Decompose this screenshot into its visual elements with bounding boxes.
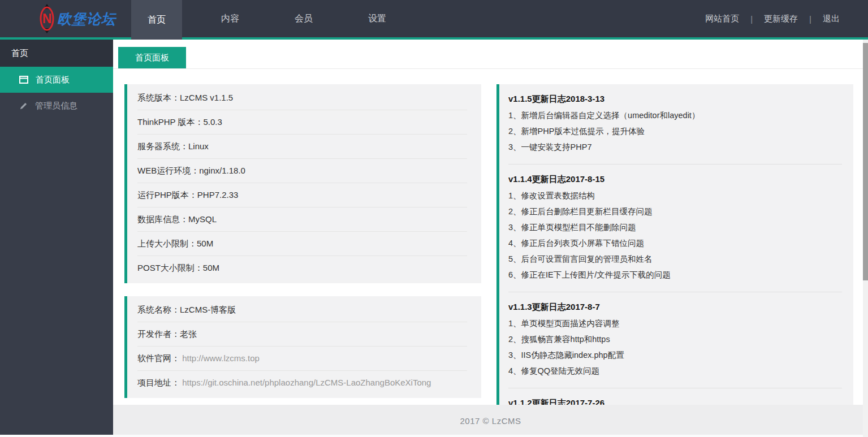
changelog-item: 3、IIS伪静态隐藏index.php配置 bbox=[508, 350, 842, 361]
main-area: 首页面板 系统版本：LzCMS v1.1.5ThinkPHP 版本：5.0.3服… bbox=[113, 40, 868, 437]
logo-text: 欧堡论坛 bbox=[57, 10, 116, 28]
info-label: 系统版本： bbox=[137, 93, 180, 102]
changelog-title: v1.1.4更新日志2017-8-15 bbox=[508, 174, 842, 184]
system-info-panel: 系统版本：LzCMS v1.1.5ThinkPHP 版本：5.0.3服务器系统：… bbox=[124, 84, 481, 283]
info-link[interactable]: https://git.oschina.net/phplaozhang/LzCM… bbox=[180, 378, 431, 387]
nav-accent-strip bbox=[0, 37, 868, 40]
info-row: 数据库信息：MySQL bbox=[137, 207, 467, 232]
topnav-separator: | bbox=[809, 14, 811, 24]
changelog-item: 2、搜狐畅言兼容http和https bbox=[508, 334, 842, 345]
page-scrollbar[interactable] bbox=[863, 40, 868, 437]
sidebar-item-home-panel[interactable]: 首页面板 bbox=[0, 67, 113, 93]
info-row: 上传大小限制：50M bbox=[137, 232, 467, 256]
main-tab-row: 首页面板 bbox=[113, 40, 868, 69]
info-value: LzCMS v1.1.5 bbox=[180, 93, 233, 102]
topnav-separator: | bbox=[750, 14, 753, 24]
info-label: 服务器系统： bbox=[137, 141, 188, 151]
info-value: PHP7.2.33 bbox=[197, 190, 239, 200]
changelog-item: 3、一键安装支持PHP7 bbox=[508, 142, 842, 153]
changelog-panel: v1.1.5更新日志2018-3-131、新增后台编辑器自定义选择（umedit… bbox=[496, 84, 853, 436]
info-label: 上传大小限制： bbox=[137, 239, 197, 248]
changelog-title: v1.1.5更新日志2018-3-13 bbox=[508, 93, 842, 104]
info-label: 数据库信息： bbox=[137, 214, 188, 224]
info-row: POST大小限制：50M bbox=[137, 256, 467, 280]
changelog-section: v1.1.3更新日志2017-8-71、单页模型页面描述内容调整2、搜狐畅言兼容… bbox=[508, 292, 842, 388]
info-value: 5.0.3 bbox=[203, 117, 222, 127]
info-row: 运行PHP版本：PHP7.2.33 bbox=[137, 183, 467, 207]
info-value: MySQL bbox=[188, 214, 217, 224]
tab-home-panel[interactable]: 首页面板 bbox=[118, 47, 186, 68]
changelog-item: 5、后台可设置留言回复的管理员和姓名 bbox=[508, 254, 842, 265]
info-value: nginx/1.18.0 bbox=[199, 166, 245, 175]
layout: 首页 首页面板管理员信息 首页面板 系统版本：LzCMS v1.1.5Think… bbox=[0, 40, 868, 437]
info-link[interactable]: http://www.lzcms.top bbox=[180, 353, 260, 363]
info-row: 服务器系统：Linux bbox=[137, 135, 467, 159]
changelog-item: 6、修正在IE下上传图片/文件提示下载的问题 bbox=[508, 270, 842, 280]
scrollbar-thumb[interactable] bbox=[863, 43, 868, 280]
info-value: 老张 bbox=[180, 329, 197, 339]
left-column: 系统版本：LzCMS v1.1.5ThinkPHP 版本：5.0.3服务器系统：… bbox=[124, 84, 481, 436]
nav-tab-member[interactable]: 会员 bbox=[278, 0, 329, 37]
info-label: 项目地址： bbox=[137, 378, 180, 387]
topnav-link-site-home[interactable]: 网站首页 bbox=[704, 11, 740, 27]
nav-tab-settings[interactable]: 设置 bbox=[352, 0, 403, 37]
content: 系统版本：LzCMS v1.1.5ThinkPHP 版本：5.0.3服务器系统：… bbox=[113, 69, 868, 436]
sidebar-item-label: 管理员信息 bbox=[35, 101, 77, 111]
info-label: ThinkPHP 版本： bbox=[137, 117, 203, 127]
sidebar-item-admin-info[interactable]: 管理员信息 bbox=[0, 93, 113, 119]
pencil-icon bbox=[19, 102, 28, 110]
info-label: POST大小限制： bbox=[137, 263, 203, 272]
changelog-item: 4、修复QQ登陆无效问题 bbox=[508, 366, 842, 377]
info-row: WEB运行环境：nginx/1.18.0 bbox=[137, 159, 467, 183]
nav-tabs: 首页内容会员设置 bbox=[131, 0, 425, 37]
info-row: 开发作者：老张 bbox=[137, 322, 467, 347]
changelog-item: 1、修改设置表数据结构 bbox=[508, 191, 842, 201]
window-icon bbox=[19, 76, 28, 84]
right-column: v1.1.5更新日志2018-3-131、新增后台编辑器自定义选择（umedit… bbox=[496, 84, 853, 436]
info-value: 50M bbox=[203, 263, 219, 272]
svg-text:N: N bbox=[42, 11, 52, 26]
info-row: 软件官网： http://www.lzcms.top bbox=[137, 347, 467, 371]
logo[interactable]: N 欧堡论坛 bbox=[0, 0, 131, 37]
footer: 2017 © LzCMS bbox=[113, 405, 868, 437]
info-label: 软件官网： bbox=[137, 353, 180, 363]
changelog-item: 2、修正后台删除栏目更新栏目缓存问题 bbox=[508, 206, 842, 217]
changelog-section: v1.1.4更新日志2017-8-151、修改设置表数据结构2、修正后台删除栏目… bbox=[508, 165, 842, 292]
changelog-item: 4、修正后台列表页小屏幕下错位问题 bbox=[508, 238, 842, 249]
topnav-links: 网站首页|更新缓存|退出 bbox=[704, 0, 868, 37]
changelog-section: v1.1.5更新日志2018-3-131、新增后台编辑器自定义选择（umedit… bbox=[508, 84, 842, 165]
nav-tab-content[interactable]: 内容 bbox=[205, 0, 256, 37]
info-label: 开发作者： bbox=[137, 329, 180, 339]
info-row: ThinkPHP 版本：5.0.3 bbox=[137, 110, 467, 135]
topnav-link-logout[interactable]: 退出 bbox=[822, 11, 841, 27]
info-row: 项目地址： https://git.oschina.net/phplaozhan… bbox=[137, 371, 467, 395]
about-panel: 系统名称：LzCMS-博客版开发作者：老张软件官网： http://www.lz… bbox=[124, 296, 481, 398]
sidebar-section-title: 首页 bbox=[0, 40, 113, 67]
sidebar: 首页 首页面板管理员信息 bbox=[0, 40, 113, 437]
top-navbar: N 欧堡论坛 首页内容会员设置 网站首页|更新缓存|退出 bbox=[0, 0, 868, 37]
info-value: Linux bbox=[188, 141, 209, 151]
bottom-strip bbox=[0, 435, 868, 437]
changelog-item: 1、新增后台编辑器自定义选择（umeditor和layedit） bbox=[508, 110, 842, 121]
logo-mark-icon: N bbox=[40, 4, 54, 33]
changelog-item: 3、修正单页模型栏目不能删除问题 bbox=[508, 222, 842, 233]
info-row: 系统版本：LzCMS v1.1.5 bbox=[137, 86, 467, 110]
footer-text: 2017 © LzCMS bbox=[460, 416, 521, 426]
info-value: LzCMS-博客版 bbox=[180, 305, 236, 314]
info-row: 系统名称：LzCMS-博客版 bbox=[137, 298, 467, 322]
changelog-item: 2、新增PHP版本过低提示，提升体验 bbox=[508, 126, 842, 137]
changelog-title: v1.1.3更新日志2017-8-7 bbox=[508, 301, 842, 312]
topnav-link-refresh-cache[interactable]: 更新缓存 bbox=[763, 11, 799, 27]
lzcms-admin-app: N 欧堡论坛 首页内容会员设置 网站首页|更新缓存|退出 首页 首页面板管理员信… bbox=[0, 0, 868, 437]
sidebar-items: 首页面板管理员信息 bbox=[0, 67, 113, 119]
info-label: WEB运行环境： bbox=[137, 166, 199, 175]
info-label: 运行PHP版本： bbox=[137, 190, 197, 200]
sidebar-item-label: 首页面板 bbox=[36, 75, 70, 85]
nav-tab-home[interactable]: 首页 bbox=[131, 0, 182, 40]
info-label: 系统名称： bbox=[137, 305, 180, 314]
info-value: 50M bbox=[197, 239, 213, 248]
changelog-item: 1、单页模型页面描述内容调整 bbox=[508, 318, 842, 329]
